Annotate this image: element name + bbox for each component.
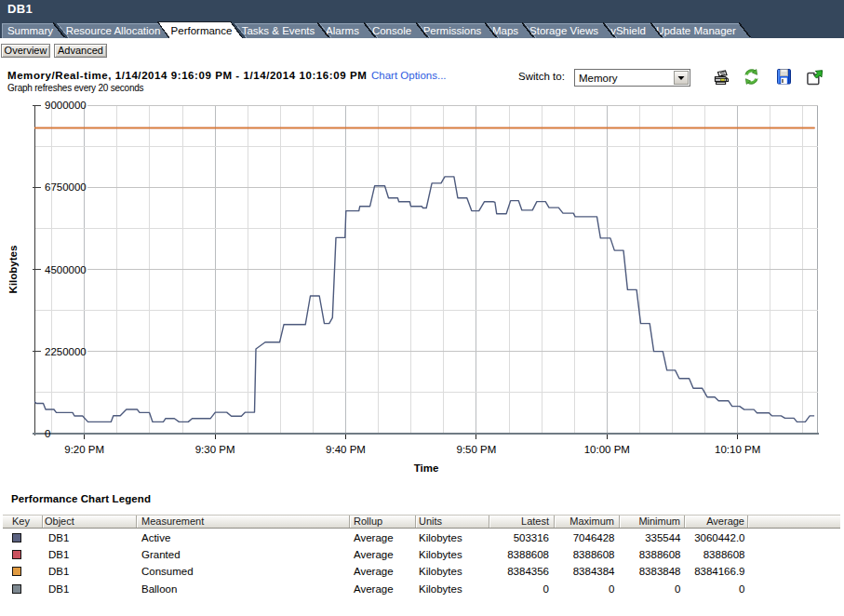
svg-text:9:40 PM: 9:40 PM: [326, 444, 366, 455]
svg-text:10:10 PM: 10:10 PM: [715, 444, 760, 455]
svg-text:0: 0: [45, 428, 50, 439]
svg-text:9:50 PM: 9:50 PM: [456, 444, 496, 455]
svg-text:4500000: 4500000: [45, 264, 87, 275]
svg-text:6750000: 6750000: [45, 181, 87, 193]
svg-text:9:20 PM: 9:20 PM: [64, 444, 104, 455]
svg-text:2250000: 2250000: [45, 346, 87, 357]
svg-text:9:30 PM: 9:30 PM: [195, 444, 235, 455]
svg-text:Time: Time: [414, 462, 439, 474]
svg-text:10:00 PM: 10:00 PM: [584, 444, 630, 455]
svg-text:9000000: 9000000: [45, 100, 87, 111]
svg-text:Kilobytes: Kilobytes: [7, 246, 19, 294]
